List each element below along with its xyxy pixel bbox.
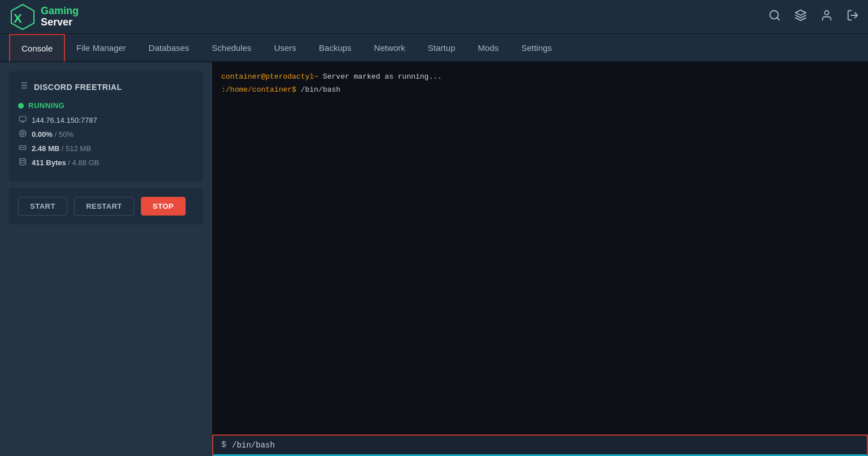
ram-icon (18, 144, 27, 153)
svg-rect-16 (20, 131, 25, 136)
nav-bar: Console File Manager Databases Schedules… (0, 34, 868, 62)
status-text: RUNNING (28, 101, 65, 110)
svg-line-3 (777, 18, 779, 20)
console-input[interactable] (232, 441, 859, 450)
console-line-2: :/home/container$ /bin/bash (221, 84, 859, 96)
disk-icon (18, 158, 27, 167)
restart-button[interactable]: RESTART (74, 197, 134, 216)
layers-icon[interactable] (794, 9, 807, 24)
svg-text:X: X (14, 11, 22, 25)
account-icon[interactable] (820, 9, 833, 24)
ram-row: 2.48 MB / 512 MB (18, 144, 194, 153)
ip-value: 144.76.14.150:7787 (32, 116, 97, 124)
console-area: container@pterodactyl~ Server marked as … (212, 62, 868, 456)
svg-point-31 (20, 158, 26, 161)
server-title-row: DISCORD FREETRIAL (18, 80, 194, 93)
logo-icon: X (9, 3, 36, 31)
tab-startup[interactable]: Startup (416, 34, 466, 62)
console-prompt-user-2: :/home/container$ (221, 85, 297, 94)
sidebar: DISCORD FREETRIAL RUNNING 144.76.14.150:… (0, 62, 212, 456)
header: X Gaming Server (0, 0, 868, 34)
disk-row: 411 Bytes / 4.88 GB (18, 158, 194, 167)
tab-backups[interactable]: Backups (308, 34, 363, 62)
tab-settings[interactable]: Settings (510, 34, 563, 62)
tab-file-manager[interactable]: File Manager (65, 34, 137, 62)
tab-console[interactable]: Console (9, 34, 65, 62)
network-icon (18, 115, 27, 125)
console-prompt-text-1: Server marked as running... (319, 72, 442, 81)
input-prompt-symbol: $ (221, 440, 226, 450)
svg-marker-4 (796, 10, 806, 15)
search-icon[interactable] (768, 9, 781, 24)
tab-users[interactable]: Users (263, 34, 307, 62)
status-dot (18, 103, 24, 109)
tab-mods[interactable]: Mods (466, 34, 510, 62)
tab-databases[interactable]: Databases (137, 34, 201, 62)
console-output[interactable]: container@pterodactyl~ Server marked as … (212, 62, 868, 435)
list-icon (18, 80, 28, 93)
tab-schedules[interactable]: Schedules (200, 34, 263, 62)
header-icons (768, 9, 859, 24)
svg-rect-17 (22, 132, 24, 135)
logo[interactable]: X Gaming Server (9, 3, 145, 31)
status-row: RUNNING (18, 101, 194, 110)
console-input-bar[interactable]: $ (212, 435, 868, 456)
server-name: DISCORD FREETRIAL (34, 83, 122, 92)
console-line-1: container@pterodactyl~ Server marked as … (221, 71, 859, 83)
console-cmd-text-2: /bin/bash (297, 85, 341, 94)
cpu-icon (18, 130, 27, 139)
svg-rect-13 (19, 117, 26, 121)
svg-point-5 (824, 11, 828, 15)
main-content: DISCORD FREETRIAL RUNNING 144.76.14.150:… (0, 62, 868, 456)
cpu-row: 0.00% / 50% (18, 130, 194, 139)
logo-text: Gaming Server (41, 6, 79, 28)
cpu-value: 0.00% / 50% (32, 130, 74, 139)
ram-value: 2.48 MB / 512 MB (32, 144, 91, 153)
ip-row: 144.76.14.150:7787 (18, 115, 194, 125)
logout-icon[interactable] (846, 9, 859, 24)
stop-button[interactable]: STOP (141, 197, 186, 216)
console-prompt-user-1: container@pterodactyl~ (221, 72, 319, 81)
tab-network[interactable]: Network (363, 34, 416, 62)
server-info-card: DISCORD FREETRIAL RUNNING 144.76.14.150:… (9, 71, 203, 181)
disk-value: 411 Bytes / 4.88 GB (32, 158, 99, 167)
start-button[interactable]: START (18, 197, 67, 216)
controls-card: START RESTART STOP (9, 188, 203, 225)
